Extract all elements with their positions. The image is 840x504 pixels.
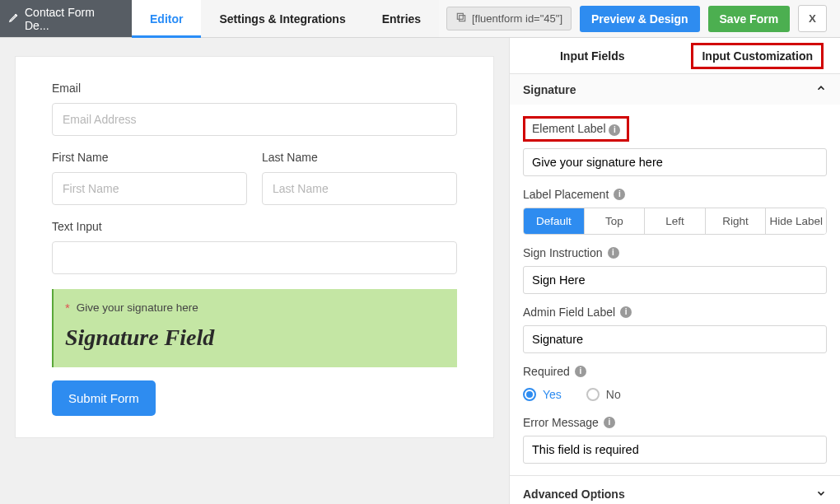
section-signature-header[interactable]: Signature (510, 74, 840, 105)
sidebar-panel: Input Fields Input Customization Signatu… (509, 38, 840, 504)
required-yes-label: Yes (543, 388, 562, 401)
error-message-label: Error Message (523, 416, 599, 429)
save-button[interactable]: Save Form (708, 6, 791, 32)
top-tabs: Editor Settings & Integrations Entries (132, 0, 439, 37)
element-label-text: Element Label (532, 122, 606, 135)
required-star-icon: * (65, 301, 70, 315)
label-placement-label: Label Placement (523, 188, 609, 201)
sign-instruction-label: Sign Instruction (523, 246, 603, 259)
tab-settings[interactable]: Settings & Integrations (201, 0, 363, 37)
advanced-options-header[interactable]: Advanced Options (510, 475, 840, 505)
error-message-input[interactable] (523, 436, 827, 464)
required-label: Required (523, 365, 570, 378)
svg-rect-0 (460, 16, 465, 21)
email-input[interactable] (52, 103, 457, 136)
text-input-field[interactable] (52, 241, 457, 274)
tab-editor[interactable]: Editor (132, 0, 201, 37)
chevron-up-icon (815, 82, 827, 96)
preview-button[interactable]: Preview & Design (580, 6, 700, 32)
info-icon: i (604, 417, 615, 428)
first-name-group: First Name (52, 151, 247, 205)
required-no-label: No (606, 388, 621, 401)
shortcode-display[interactable]: [fluentform id="45"] (446, 7, 572, 30)
admin-field-label-text: Admin Field Label (523, 306, 615, 319)
placement-hide[interactable]: Hide Label (765, 208, 826, 234)
placement-default[interactable]: Default (524, 208, 584, 234)
first-name-input[interactable] (52, 172, 247, 205)
page-title-text: Contact Form De... (25, 6, 120, 32)
info-icon: i (620, 306, 632, 318)
tab-entries[interactable]: Entries (364, 0, 439, 37)
radio-icon (586, 388, 600, 401)
placement-top[interactable]: Top (584, 208, 645, 234)
text-input-label: Text Input (52, 220, 457, 233)
pencil-icon (8, 12, 20, 26)
sign-instruction-input[interactable] (523, 266, 827, 294)
page-title: Contact Form De... (0, 0, 132, 37)
tab-input-fields[interactable]: Input Fields (510, 38, 675, 73)
signature-display: Signature Field (65, 324, 446, 351)
last-name-group: Last Name (262, 151, 457, 205)
radio-icon (523, 388, 536, 401)
advanced-options-label: Advanced Options (523, 488, 625, 501)
form-canvas: Email First Name Last Name Text Input (0, 38, 509, 504)
admin-field-label-input[interactable] (523, 325, 827, 353)
text-input-group: Text Input (52, 220, 457, 274)
last-name-input[interactable] (262, 172, 457, 205)
submit-button[interactable]: Submit Form (52, 380, 156, 416)
info-icon: i (614, 189, 625, 200)
close-button[interactable]: X (798, 5, 827, 32)
chevron-down-icon (815, 488, 827, 502)
form-card: Email First Name Last Name Text Input (15, 56, 494, 438)
signature-label: Give your signature here (77, 301, 198, 314)
element-label-input[interactable] (523, 148, 827, 176)
email-label: Email (52, 82, 457, 95)
tab-input-customization-label: Input Customization (691, 43, 824, 69)
info-icon: i (609, 124, 620, 136)
email-field-group: Email (52, 82, 457, 136)
required-no[interactable]: No (586, 388, 621, 401)
copy-icon (455, 12, 467, 26)
signature-field-block[interactable]: * Give your signature here Signature Fie… (52, 289, 457, 367)
tab-input-customization[interactable]: Input Customization (675, 38, 841, 73)
last-name-label: Last Name (262, 151, 457, 164)
placement-right[interactable]: Right (705, 208, 766, 234)
required-yes[interactable]: Yes (523, 388, 562, 401)
info-icon: i (575, 366, 586, 377)
info-icon: i (608, 247, 619, 259)
label-placement-group: Default Top Left Right Hide Label (523, 208, 827, 235)
first-name-label: First Name (52, 151, 247, 164)
placement-left[interactable]: Left (644, 208, 705, 234)
svg-rect-1 (457, 13, 463, 19)
shortcode-text: [fluentform id="45"] (472, 12, 562, 25)
section-title: Signature (523, 83, 576, 96)
